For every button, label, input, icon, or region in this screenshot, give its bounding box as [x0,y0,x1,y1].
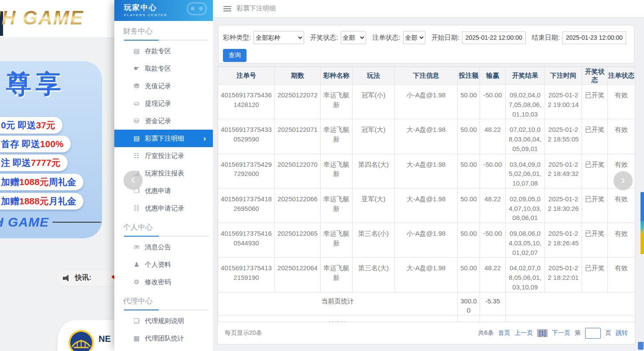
promo-banner[interactable]: 尊享 0元 即送37元 首存 即送100% 注 即送7777元 加赠1088元周… [0,61,102,238]
pill-highlight: 7777元 [31,157,61,169]
sidebar-menu: ✉消息公告 ♟个人资料 ⚙修改密码 [114,238,213,291]
start-date-label: 开始日期: [432,34,459,42]
content-header: 彩票下注明细 [213,0,644,17]
sidebar-item-label: 消息公告 [145,243,171,251]
table-row: 40156917375413215919020250122064幸运飞艇新第三名… [218,258,635,292]
sidebar-item-label: 存款专区 [145,47,171,55]
newsflash-bar: 快讯: ❤ [56,269,114,287]
pill-highlight: 1088元 [19,176,49,188]
end-date-input[interactable] [562,31,626,44]
next-page-link[interactable]: 下一页 [552,329,570,337]
col-bet-info: 下注信息 [395,67,458,85]
sidebar-item-agent-team-stats[interactable]: ▦代理团队统计 [114,330,213,347]
section-title-finance: 财务中心 [123,26,213,36]
sidebar-menu: ▤存款专区 ☛取款专区 ⛃充值记录 ⛀提现记录 ⛁资金记录 ▤彩票下注明细› ☷… [114,42,213,217]
col-bet-amount: 投注额 [458,67,480,85]
sidebar-item-label: 资金记录 [145,117,171,125]
news-team-card: NE [58,320,114,351]
pagination-controls: 共6条 首页 上一页 [1] 下一页 第 页 跳转 [478,328,628,339]
section-divider [124,236,209,237]
col-bet-time: 下注时间 [545,67,582,85]
sidebar-item-agent-rules[interactable]: ❏代理规则说明 [114,312,213,330]
table-row: 40156917375418269506020250122066幸运飞艇新亚军(… [218,188,635,223]
sidebar-item-lottery-bet-details[interactable]: ▤彩票下注明细› [114,130,213,147]
sidebar-item-withdraw[interactable]: ☛取款专区 [114,60,213,77]
floating-service-widget[interactable] [641,192,644,221]
floating-widget-icon[interactable] [638,342,644,350]
sidebar-item-withdraw-records[interactable]: ⛀提现记录 [114,95,213,112]
draw-status-label: 开奖状态: [310,34,338,42]
page-summary-winloss: -5.35 [480,292,506,316]
sidebar-item-fund-records[interactable]: ⛁资金记录 [114,112,213,130]
pill-text: 首存 即送 [1,138,40,150]
banner-footer-logo-text: H GAME [0,215,49,230]
sidebar-item-change-password[interactable]: ⚙修改密码 [114,273,213,291]
section-title-personal: 个人中心 [123,222,213,232]
section-title-agent: 代理中心 [123,296,213,306]
draw-status-select[interactable]: 全部 [341,31,367,44]
col-play-type: 玩法 [353,67,395,85]
order-status-select[interactable]: 全部 [403,31,425,44]
search-button[interactable]: 查询 [223,49,247,62]
coins-icon: ⛁ [132,117,141,125]
col-order-status: 注单状态 [608,67,635,85]
order-status-label: 注单状态: [372,34,400,42]
sidebar-header: 玩家中心 PLAYERS CENTER [114,0,213,21]
pill-text: 加赠 [1,195,19,207]
promo-topbar: HH GAME [0,0,114,37]
col-bet-id: 注单号 [218,67,275,85]
pill-highlight: 37元 [36,119,55,131]
carousel-next-button[interactable]: › [613,171,633,190]
sidebar-item-messages[interactable]: ✉消息公告 [114,238,213,256]
sidebar-item-recharge-records[interactable]: ⛃充值记录 [114,77,213,95]
sidebar-item-label: 优惠申请记录 [145,204,184,213]
promo-pill: 0元 即送37元 [0,117,62,134]
list-icon: ☷ [132,152,141,160]
section-divider [124,40,209,41]
sidebar-item-hall-bet-records[interactable]: ☷厅室投注记录 [114,147,213,165]
carousel-prev-button[interactable]: ‹ [123,171,143,190]
col-win-loss: 输赢 [480,67,506,85]
main-content: 彩票下注明细 彩种类型: 全部彩种 开奖状态: 全部 注单状态: 全部 开始日期… [213,0,644,351]
sidebar-item-profile[interactable]: ♟个人资料 [114,256,213,273]
sidebar-item-promo-apply-records[interactable]: ☷优惠申请记录 [114,200,213,217]
sidebar-item-deposit[interactable]: ▤存款专区 [114,42,213,60]
section-divider [124,310,209,310]
jump-prefix-label: 第 [575,329,581,337]
start-date-input[interactable] [462,31,526,44]
promo-pill: 首存 即送100% [0,136,71,152]
hamburger-menu-icon[interactable] [223,6,231,11]
promo-pill: 加赠1088元周礼金 [0,174,83,190]
table-row: 40156917375433052959020250122071幸运飞艇新冠军(… [218,119,635,154]
page-size-label: 每页显示20条 [225,329,262,337]
sidebar-item-label: 提现记录 [145,100,171,108]
pill-text: 0元 即送 [1,119,36,131]
sidebar-item-label: 个人资料 [145,261,171,269]
prev-page-link[interactable]: 上一页 [514,329,533,337]
sidebar-menu: ❏代理规则说明 ▦代理团队统计 [114,312,213,347]
user-icon: ♟ [132,261,141,268]
card-icon: ▤ [132,47,141,55]
records-icon: ☷ [132,204,141,212]
page-jump-input[interactable] [585,328,601,339]
lottery-type-label: 彩种类型: [223,34,251,42]
newsflash-label: 快讯: [75,273,91,282]
lottery-type-select[interactable]: 全部彩种 [253,31,304,44]
pill-text: 周礼金 [49,176,76,188]
jump-suffix-label: 页 [605,329,611,337]
team-card-text: NE [99,334,111,344]
brand-logo: HH GAME [0,7,84,29]
floating-service-widget[interactable] [641,234,644,254]
stats-icon: ▦ [132,334,141,342]
promo-panel: HH GAME 尊享 0元 即送37元 首存 即送100% 注 即送7777元 … [0,0,114,351]
page-summary-bet: 300.00 [458,292,480,316]
ticket-icon: ▤ [132,134,141,142]
pill-text: 注 即送 [1,157,31,169]
jump-button[interactable]: 跳转 [616,329,628,337]
sidebar-item-label: 取款专区 [145,65,171,73]
end-date-label: 结束日期: [532,34,560,42]
promo-pill: 注 即送7777元 [0,155,68,171]
floating-service-widget[interactable] [641,221,644,234]
first-page-link[interactable]: 首页 [498,329,510,337]
table-row: 40156917375429729260020250122070幸运飞艇新第四名… [218,154,635,188]
